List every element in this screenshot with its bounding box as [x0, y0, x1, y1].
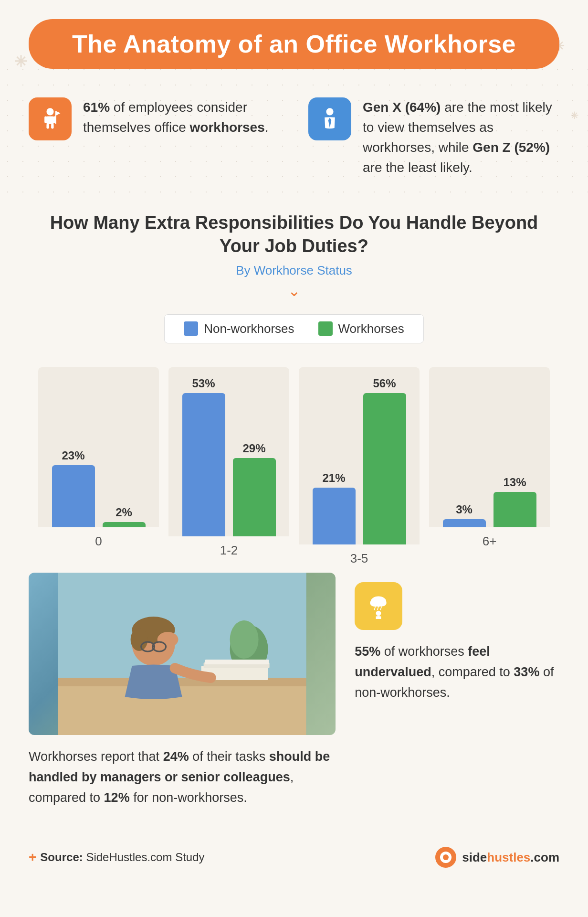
legend-label-workhorses: Workhorses	[338, 321, 404, 336]
stressed-worker-image	[29, 573, 336, 735]
bar-label-workhorse-1-2: 29%	[242, 442, 265, 455]
undervalued-icon-box	[355, 582, 402, 630]
legend-color-blue	[184, 321, 198, 336]
deco-asterisk-3: ✳	[570, 110, 578, 121]
bar-green-6+	[494, 492, 536, 527]
legend-color-green	[318, 321, 333, 336]
chart-legend: Non-workhorses Workhorses	[164, 314, 424, 343]
bar-blue-3-5	[313, 488, 356, 544]
bar-col-workhorse-3-5: 56%	[363, 377, 406, 544]
bar-label-non-workhorse-6+: 3%	[456, 503, 472, 516]
svg-rect-16	[58, 686, 306, 735]
bar-blue-0	[52, 465, 95, 527]
person-tie-icon	[317, 106, 343, 132]
svg-line-31	[378, 607, 378, 609]
bar-green-1-2	[233, 458, 276, 536]
bar-green-3-5	[363, 393, 406, 544]
stressed-person-svg	[29, 573, 336, 735]
chart-section: How Many Extra Responsibilities Do You H…	[29, 211, 559, 549]
stat-icon-box-blue	[308, 97, 351, 140]
footer-logo-text: sidehustles.com	[462, 850, 559, 865]
stressed-person-icon	[366, 593, 391, 619]
svg-rect-15	[58, 678, 306, 687]
stat-text-workhorse: 61% of employees consider themselves off…	[83, 97, 280, 138]
svg-point-22	[131, 628, 148, 651]
bar-group-6+: 3%13%6+	[429, 367, 550, 549]
bar-col-non-workhorse-6+: 3%	[443, 377, 486, 527]
legend-label-non-workhorses: Non-workhorses	[204, 321, 294, 336]
svg-point-23	[158, 632, 178, 647]
footer-source-label: Source: SideHustles.com Study	[40, 851, 204, 864]
bar-label-non-workhorse-1-2: 53%	[192, 377, 215, 390]
bar-group-1-2: 53%29%1-2	[168, 367, 289, 549]
svg-point-28	[370, 599, 379, 607]
svg-point-33	[376, 611, 381, 616]
svg-rect-5	[51, 124, 53, 129]
stat-icon-box-orange	[29, 97, 72, 140]
legend-non-workhorses: Non-workhorses	[184, 321, 294, 336]
svg-point-0	[46, 108, 53, 115]
bar-group-label-0: 0	[95, 534, 102, 549]
svg-line-30	[375, 607, 376, 609]
bar-label-non-workhorse-0: 23%	[62, 449, 84, 462]
sidehustles-logo-icon	[439, 851, 452, 864]
bar-label-workhorse-0: 2%	[116, 506, 132, 519]
footer: + Source: SideHustles.com Study sidehust…	[29, 837, 559, 868]
bottom-stat-text: 55% of workhorses feel undervalued, comp…	[355, 641, 559, 704]
bar-chart: 23%2%053%29%1-221%56%3-53%13%6+	[29, 367, 559, 549]
bar-col-workhorse-6+: 13%	[494, 377, 536, 527]
bottom-stat-block: 55% of workhorses feel undervalued, comp…	[355, 573, 559, 704]
svg-rect-1	[46, 117, 53, 124]
chart-subtitle: By Workhorse Status	[29, 263, 559, 278]
footer-source: + Source: SideHustles.com Study	[29, 850, 205, 865]
footer-logo: sidehustles.com	[435, 847, 559, 868]
chevron-down-icon: ⌄	[29, 282, 559, 300]
bar-group-0: 23%2%0	[38, 367, 159, 549]
page-wrapper: ✳ ✳ ✳ The Anatomy of an Office Workhorse	[0, 0, 588, 917]
bar-label-workhorse-6+: 13%	[503, 476, 526, 489]
svg-rect-19	[205, 660, 269, 664]
bar-col-non-workhorse-0: 23%	[52, 377, 95, 527]
svg-marker-7	[56, 111, 61, 116]
footer-logo-icon	[435, 847, 456, 868]
stat-text-genx: Gen X (64%) are the most likely to view …	[363, 97, 559, 178]
bar-col-non-workhorse-3-5: 21%	[313, 377, 356, 544]
svg-rect-6	[55, 111, 56, 124]
stat-card-genx: Gen X (64%) are the most likely to view …	[308, 97, 559, 178]
header-title: The Anatomy of an Office Workhorse	[57, 30, 531, 58]
bottom-image-block: Workhorses report that 24% of their task…	[29, 573, 336, 809]
bar-group-label-3-5: 3-5	[350, 551, 368, 566]
bar-col-non-workhorse-1-2: 53%	[182, 377, 225, 536]
bar-col-workhorse-0: 2%	[103, 377, 146, 527]
svg-point-29	[378, 599, 387, 606]
bar-group-3-5: 21%56%3-5	[299, 367, 420, 549]
bar-group-label-1-2: 1-2	[220, 543, 238, 558]
bar-label-workhorse-3-5: 56%	[373, 377, 396, 390]
bar-col-workhorse-1-2: 29%	[233, 377, 276, 536]
svg-rect-2	[44, 117, 47, 123]
bar-label-non-workhorse-3-5: 21%	[322, 471, 345, 485]
deco-asterisk-1: ✳	[14, 53, 27, 71]
header-banner: The Anatomy of an Office Workhorse	[29, 19, 559, 69]
stat-card-workhorse-pct: 61% of employees consider themselves off…	[29, 97, 280, 140]
svg-line-32	[381, 607, 382, 609]
bottom-image-text: Workhorses report that 24% of their task…	[29, 746, 336, 809]
bar-green-0	[103, 522, 146, 527]
svg-point-35	[443, 854, 449, 860]
bar-blue-6+	[443, 519, 486, 527]
stat-row: 61% of employees consider themselves off…	[29, 97, 559, 178]
svg-point-13	[230, 620, 259, 659]
bar-blue-1-2	[182, 393, 225, 536]
chart-title: How Many Extra Responsibilities Do You H…	[29, 211, 559, 258]
legend-workhorses: Workhorses	[318, 321, 404, 336]
svg-rect-4	[46, 124, 49, 129]
footer-plus-icon: +	[29, 850, 36, 865]
bottom-section: Workhorses report that 24% of their task…	[29, 573, 559, 809]
bar-group-label-6+: 6+	[483, 534, 497, 549]
person-flag-icon	[37, 106, 63, 132]
svg-point-8	[326, 108, 333, 115]
